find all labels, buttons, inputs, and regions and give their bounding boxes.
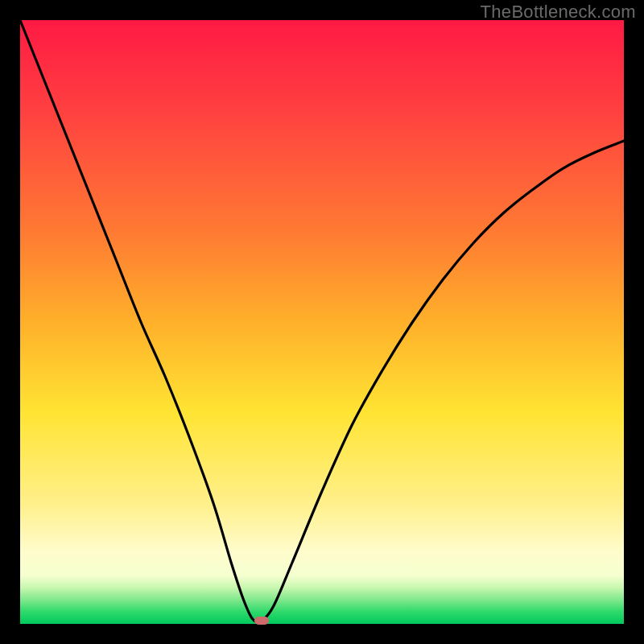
plot-area	[20, 20, 624, 624]
optimal-point-marker	[254, 617, 269, 625]
chart-frame: TheBottleneck.com	[0, 0, 644, 644]
bottleneck-curve	[20, 20, 624, 624]
